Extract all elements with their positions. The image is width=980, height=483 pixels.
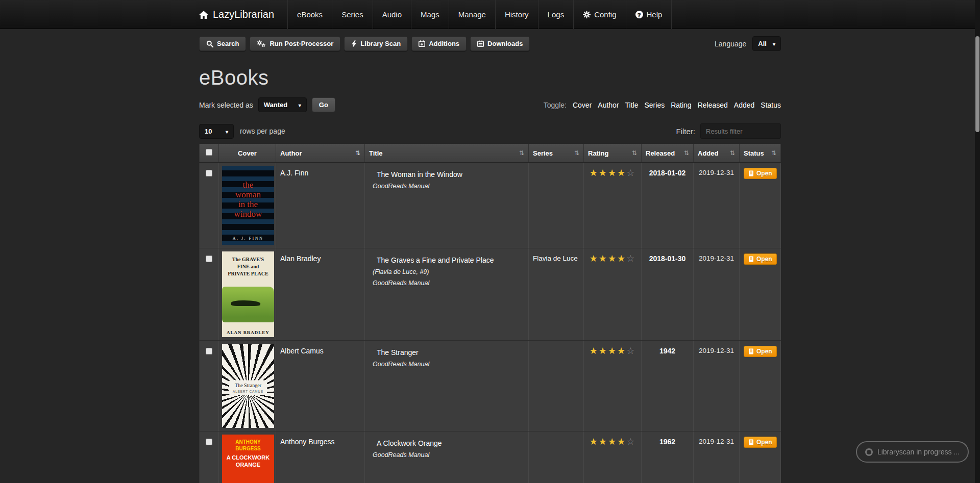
go-button[interactable]: Go — [312, 97, 335, 112]
source-note: GoodReads Manual — [369, 183, 524, 190]
author-link[interactable]: Albert Camus — [280, 347, 324, 355]
search-button[interactable]: Search — [199, 36, 246, 51]
downloads-button[interactable]: Downloads — [470, 36, 530, 51]
sort-icon — [684, 149, 689, 157]
toggle-label: Toggle: — [544, 101, 567, 109]
column-header-series[interactable]: Series — [529, 144, 584, 163]
select-all-checkbox[interactable] — [206, 149, 212, 156]
series-note: (Flavia de Luce, #9) — [369, 268, 524, 275]
book-title-link[interactable]: The Graves a Fine and Private Place — [369, 251, 524, 264]
brand-link[interactable]: LazyLibrarian — [199, 0, 287, 29]
table-row: the woman in the window A. J. FINN A.J. … — [200, 163, 781, 248]
nav-item-history[interactable]: History — [495, 0, 538, 29]
rows-per-page-select[interactable]: 10 — [199, 124, 234, 139]
open-button[interactable]: Open — [744, 346, 777, 357]
row-checkbox[interactable] — [206, 256, 212, 262]
toolbar: Search Run Post-Processor Library Scan A… — [199, 36, 781, 51]
main-content: eBooks Mark selected as Wanted Go Toggle… — [199, 66, 781, 483]
column-header-cover: Cover — [219, 144, 276, 163]
mark-selected-label: Mark selected as — [199, 101, 253, 109]
books-table: Cover Author Title Series Rating Release… — [199, 144, 781, 483]
bolt-icon — [351, 40, 357, 47]
column-header-author[interactable]: Author — [276, 144, 365, 163]
row-checkbox[interactable] — [206, 439, 212, 445]
book-cover[interactable]: The Stranger ALBERT CAMUS — [222, 344, 274, 428]
search-icon — [206, 40, 213, 47]
open-button[interactable]: Open — [744, 168, 777, 179]
toggle-released[interactable]: Released — [698, 101, 728, 109]
series-cell — [529, 163, 584, 248]
gears-icon — [257, 40, 266, 47]
spinner-icon — [865, 448, 873, 456]
book-title-link[interactable]: The Woman in the Window — [369, 166, 524, 179]
source-note: GoodReads Manual — [369, 279, 524, 287]
nav-item-logs[interactable]: Logs — [538, 0, 574, 29]
vertical-scrollbar — [975, 0, 980, 483]
toggle-rating[interactable]: Rating — [671, 101, 691, 109]
sort-icon — [730, 149, 735, 157]
chevron-down-icon — [226, 128, 228, 135]
book-icon — [748, 348, 754, 354]
language-select[interactable]: All — [752, 36, 781, 51]
toggle-title[interactable]: Title — [625, 101, 639, 109]
star-rating: ★★★★☆ — [590, 438, 636, 446]
home-icon — [199, 11, 208, 19]
table-row: ANTHONY BURGESS A CLOCKWORK ORANGE Antho… — [200, 431, 781, 483]
column-header-status[interactable]: Status — [740, 144, 781, 163]
rows-per-page-label: rows per page — [240, 127, 285, 135]
book-icon — [748, 439, 754, 445]
toggle-added[interactable]: Added — [734, 101, 754, 109]
chevron-down-icon — [299, 101, 301, 109]
toast-text: Libraryscan in progress ... — [877, 448, 960, 456]
book-cover[interactable]: The GRAVE'S FINE and PRIVATE PLACE ALAN … — [222, 251, 274, 337]
row-checkbox[interactable] — [206, 348, 212, 354]
toggle-status[interactable]: Status — [761, 101, 781, 109]
question-icon: ? — [635, 11, 643, 18]
column-header-released[interactable]: Released — [642, 144, 694, 163]
source-note: GoodReads Manual — [369, 361, 524, 368]
book-cover[interactable]: ANTHONY BURGESS A CLOCKWORK ORANGE — [222, 435, 274, 483]
author-link[interactable]: Anthony Burgess — [280, 438, 335, 446]
column-header-title[interactable]: Title — [365, 144, 529, 163]
language-label: Language — [715, 40, 746, 48]
table-header-row: Cover Author Title Series Rating Release… — [200, 144, 781, 163]
book-title-link[interactable]: A Clockwork Orange — [369, 435, 524, 447]
nav-item-audio[interactable]: Audio — [373, 0, 411, 29]
additions-button[interactable]: Additions — [411, 36, 467, 51]
sort-icon — [355, 149, 360, 157]
nav-item-mags[interactable]: Mags — [411, 0, 449, 29]
nav-item-help[interactable]: ? Help — [626, 0, 672, 29]
added-cell: 2019-12-31 — [694, 341, 740, 431]
book-cover[interactable]: the woman in the window A. J. FINN — [222, 166, 274, 245]
author-link[interactable]: A.J. Finn — [280, 169, 308, 177]
filter-input[interactable] — [700, 123, 781, 139]
row-checkbox[interactable] — [206, 170, 212, 176]
added-cell: 2019-12-31 — [694, 163, 740, 248]
author-link[interactable]: Alan Bradley — [280, 255, 321, 263]
table-row: The GRAVE'S FINE and PRIVATE PLACE ALAN … — [200, 248, 781, 341]
book-title-link[interactable]: The Stranger — [369, 344, 524, 357]
released-cell: 1962 — [642, 431, 694, 483]
libraryscan-toast[interactable]: Libraryscan in progress ... — [856, 441, 969, 463]
nav-item-ebooks[interactable]: eBooks — [287, 0, 332, 29]
toggle-cover[interactable]: Cover — [573, 101, 592, 109]
nav-item-config[interactable]: Config — [573, 0, 625, 29]
nav-item-series[interactable]: Series — [332, 0, 373, 29]
nav-items: eBooks Series Audio Mags Manage History … — [287, 0, 672, 29]
scrollbar-thumb[interactable] — [975, 36, 979, 132]
navbar: LazyLibrarian eBooks Series Audio Mags M… — [0, 0, 980, 29]
open-button[interactable]: Open — [744, 253, 777, 265]
library-scan-button[interactable]: Library Scan — [344, 36, 408, 51]
open-button[interactable]: Open — [744, 437, 777, 448]
mark-selected-select[interactable]: Wanted — [258, 97, 307, 112]
toggle-author[interactable]: Author — [598, 101, 619, 109]
nav-item-manage[interactable]: Manage — [449, 0, 495, 29]
column-header-added[interactable]: Added — [694, 144, 740, 163]
run-post-processor-button[interactable]: Run Post-Processor — [250, 36, 340, 51]
sort-icon — [632, 149, 637, 157]
toggle-series[interactable]: Series — [645, 101, 665, 109]
column-header-rating[interactable]: Rating — [584, 144, 642, 163]
added-cell: 2019-12-31 — [694, 431, 740, 483]
released-cell: 1942 — [642, 341, 694, 431]
series-cell — [529, 431, 584, 483]
